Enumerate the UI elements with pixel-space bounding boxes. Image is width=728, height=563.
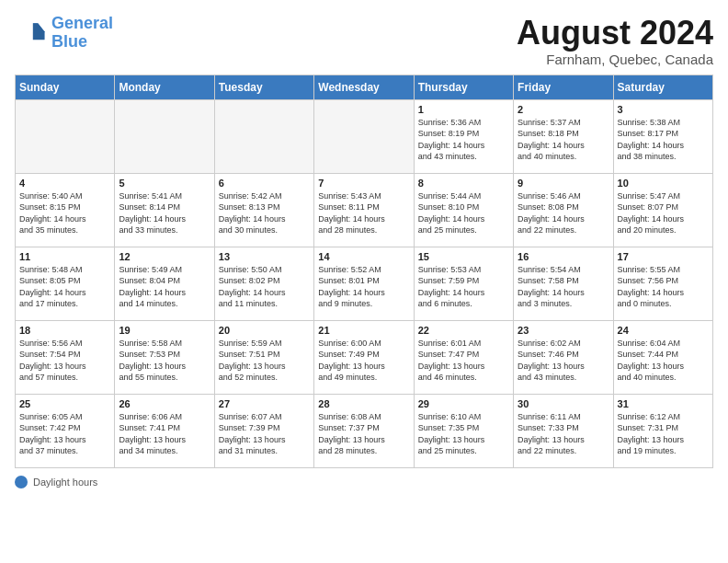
calendar-cell: 23Sunrise: 6:02 AM Sunset: 7:46 PM Dayli…: [514, 320, 613, 394]
calendar-cell: 17Sunrise: 5:55 AM Sunset: 7:56 PM Dayli…: [613, 247, 712, 320]
calendar-cell: 15Sunrise: 5:53 AM Sunset: 7:59 PM Dayli…: [414, 247, 513, 320]
day-number: 2: [518, 104, 609, 115]
day-number: 23: [518, 325, 609, 336]
day-number: 22: [418, 325, 509, 336]
calendar-cell: 31Sunrise: 6:12 AM Sunset: 7:31 PM Dayli…: [613, 394, 712, 467]
calendar-cell: 11Sunrise: 5:48 AM Sunset: 8:05 PM Dayli…: [16, 247, 115, 320]
day-number: 31: [618, 398, 709, 409]
header-row: SundayMondayTuesdayWednesdayThursdayFrid…: [16, 75, 713, 99]
header-day-saturday: Saturday: [613, 75, 712, 99]
calendar-cell: 20Sunrise: 5:59 AM Sunset: 7:51 PM Dayli…: [214, 320, 313, 394]
day-info: Sunrise: 5:43 AM Sunset: 8:11 PM Dayligh…: [318, 190, 409, 236]
calendar-cell: 28Sunrise: 6:08 AM Sunset: 7:37 PM Dayli…: [314, 394, 414, 467]
day-info: Sunrise: 5:41 AM Sunset: 8:14 PM Dayligh…: [119, 190, 210, 236]
day-number: 26: [119, 398, 210, 409]
header-day-sunday: Sunday: [16, 75, 115, 99]
day-info: Sunrise: 5:49 AM Sunset: 8:04 PM Dayligh…: [119, 264, 210, 310]
calendar-cell: 30Sunrise: 6:11 AM Sunset: 7:33 PM Dayli…: [514, 394, 613, 467]
day-info: Sunrise: 6:02 AM Sunset: 7:46 PM Dayligh…: [518, 338, 609, 384]
day-info: Sunrise: 6:00 AM Sunset: 7:49 PM Dayligh…: [318, 338, 409, 384]
day-info: Sunrise: 5:44 AM Sunset: 8:10 PM Dayligh…: [418, 190, 509, 236]
calendar-cell: 5Sunrise: 5:41 AM Sunset: 8:14 PM Daylig…: [115, 173, 214, 247]
calendar-cell: 18Sunrise: 5:56 AM Sunset: 7:54 PM Dayli…: [16, 320, 115, 394]
header-day-thursday: Thursday: [414, 75, 513, 99]
calendar-week-4: 25Sunrise: 6:05 AM Sunset: 7:42 PM Dayli…: [16, 394, 713, 467]
day-info: Sunrise: 5:56 AM Sunset: 7:54 PM Dayligh…: [19, 338, 110, 384]
day-number: 18: [19, 325, 110, 336]
day-info: Sunrise: 6:10 AM Sunset: 7:35 PM Dayligh…: [418, 411, 509, 457]
day-number: 20: [219, 325, 310, 336]
calendar-cell: [115, 99, 214, 173]
day-number: 29: [418, 398, 509, 409]
calendar-week-3: 18Sunrise: 5:56 AM Sunset: 7:54 PM Dayli…: [16, 320, 713, 394]
day-info: Sunrise: 5:55 AM Sunset: 7:56 PM Dayligh…: [618, 264, 709, 310]
calendar-cell: 10Sunrise: 5:47 AM Sunset: 8:07 PM Dayli…: [613, 173, 712, 247]
day-number: 14: [318, 251, 409, 262]
calendar-cell: 7Sunrise: 5:43 AM Sunset: 8:11 PM Daylig…: [314, 173, 414, 247]
calendar-cell: 21Sunrise: 6:00 AM Sunset: 7:49 PM Dayli…: [314, 320, 414, 394]
day-info: Sunrise: 5:50 AM Sunset: 8:02 PM Dayligh…: [219, 264, 310, 310]
day-info: Sunrise: 6:12 AM Sunset: 7:31 PM Dayligh…: [618, 411, 709, 457]
day-info: Sunrise: 6:06 AM Sunset: 7:41 PM Dayligh…: [119, 411, 210, 457]
day-info: Sunrise: 5:47 AM Sunset: 8:07 PM Dayligh…: [618, 190, 709, 236]
calendar-cell: [214, 99, 313, 173]
calendar-cell: 4Sunrise: 5:40 AM Sunset: 8:15 PM Daylig…: [16, 173, 115, 247]
calendar-cell: 13Sunrise: 5:50 AM Sunset: 8:02 PM Dayli…: [214, 247, 313, 320]
calendar-week-1: 4Sunrise: 5:40 AM Sunset: 8:15 PM Daylig…: [16, 173, 713, 247]
day-number: 9: [518, 178, 609, 189]
day-info: Sunrise: 5:52 AM Sunset: 8:01 PM Dayligh…: [318, 264, 409, 310]
day-info: Sunrise: 5:38 AM Sunset: 8:17 PM Dayligh…: [618, 117, 709, 163]
logo-icon: [15, 17, 48, 50]
day-number: 21: [318, 325, 409, 336]
logo: General Blue: [15, 15, 113, 52]
day-number: 27: [219, 398, 310, 409]
footer-label: Daylight hours: [33, 477, 97, 488]
day-info: Sunrise: 5:48 AM Sunset: 8:05 PM Dayligh…: [19, 264, 110, 310]
calendar-cell: 8Sunrise: 5:44 AM Sunset: 8:10 PM Daylig…: [414, 173, 513, 247]
day-number: 5: [119, 178, 210, 189]
calendar-cell: 26Sunrise: 6:06 AM Sunset: 7:41 PM Dayli…: [115, 394, 214, 467]
day-number: 8: [418, 178, 509, 189]
calendar-week-2: 11Sunrise: 5:48 AM Sunset: 8:05 PM Dayli…: [16, 247, 713, 320]
day-number: 28: [318, 398, 409, 409]
calendar-cell: 3Sunrise: 5:38 AM Sunset: 8:17 PM Daylig…: [613, 99, 712, 173]
day-number: 13: [219, 251, 310, 262]
page-header: General Blue August 2024 Farnham, Quebec…: [15, 15, 713, 67]
calendar-cell: 6Sunrise: 5:42 AM Sunset: 8:13 PM Daylig…: [214, 173, 313, 247]
day-number: 4: [19, 178, 110, 189]
calendar-cell: 12Sunrise: 5:49 AM Sunset: 8:04 PM Dayli…: [115, 247, 214, 320]
header-day-friday: Friday: [514, 75, 613, 99]
calendar-cell: 16Sunrise: 5:54 AM Sunset: 7:58 PM Dayli…: [514, 247, 613, 320]
day-number: 30: [518, 398, 609, 409]
calendar-cell: [314, 99, 414, 173]
day-info: Sunrise: 6:11 AM Sunset: 7:33 PM Dayligh…: [518, 411, 609, 457]
day-number: 19: [119, 325, 210, 336]
location: Farnham, Quebec, Canada: [517, 52, 713, 67]
day-number: 24: [618, 325, 709, 336]
footer: Daylight hours: [15, 476, 713, 488]
day-info: Sunrise: 6:07 AM Sunset: 7:39 PM Dayligh…: [219, 411, 310, 457]
calendar-cell: 24Sunrise: 6:04 AM Sunset: 7:44 PM Dayli…: [613, 320, 712, 394]
day-info: Sunrise: 5:54 AM Sunset: 7:58 PM Dayligh…: [518, 264, 609, 310]
day-info: Sunrise: 6:08 AM Sunset: 7:37 PM Dayligh…: [318, 411, 409, 457]
day-info: Sunrise: 5:53 AM Sunset: 7:59 PM Dayligh…: [418, 264, 509, 310]
day-number: 6: [219, 178, 310, 189]
calendar-cell: 22Sunrise: 6:01 AM Sunset: 7:47 PM Dayli…: [414, 320, 513, 394]
title-block: August 2024 Farnham, Quebec, Canada: [517, 15, 713, 67]
day-number: 7: [318, 178, 409, 189]
day-info: Sunrise: 5:46 AM Sunset: 8:08 PM Dayligh…: [518, 190, 609, 236]
calendar-cell: 2Sunrise: 5:37 AM Sunset: 8:18 PM Daylig…: [514, 99, 613, 173]
day-info: Sunrise: 6:05 AM Sunset: 7:42 PM Dayligh…: [19, 411, 110, 457]
calendar-header: SundayMondayTuesdayWednesdayThursdayFrid…: [16, 75, 713, 99]
calendar-table: SundayMondayTuesdayWednesdayThursdayFrid…: [15, 75, 713, 468]
day-number: 3: [618, 104, 709, 115]
calendar-cell: [16, 99, 115, 173]
day-info: Sunrise: 5:40 AM Sunset: 8:15 PM Dayligh…: [19, 190, 110, 236]
day-info: Sunrise: 5:36 AM Sunset: 8:19 PM Dayligh…: [418, 117, 509, 163]
month-title: August 2024: [517, 15, 713, 52]
logo-text: General Blue: [51, 15, 113, 52]
calendar-cell: 1Sunrise: 5:36 AM Sunset: 8:19 PM Daylig…: [414, 99, 513, 173]
header-day-tuesday: Tuesday: [214, 75, 313, 99]
calendar-body: 1Sunrise: 5:36 AM Sunset: 8:19 PM Daylig…: [16, 99, 713, 467]
footer-dot: [15, 476, 28, 488]
